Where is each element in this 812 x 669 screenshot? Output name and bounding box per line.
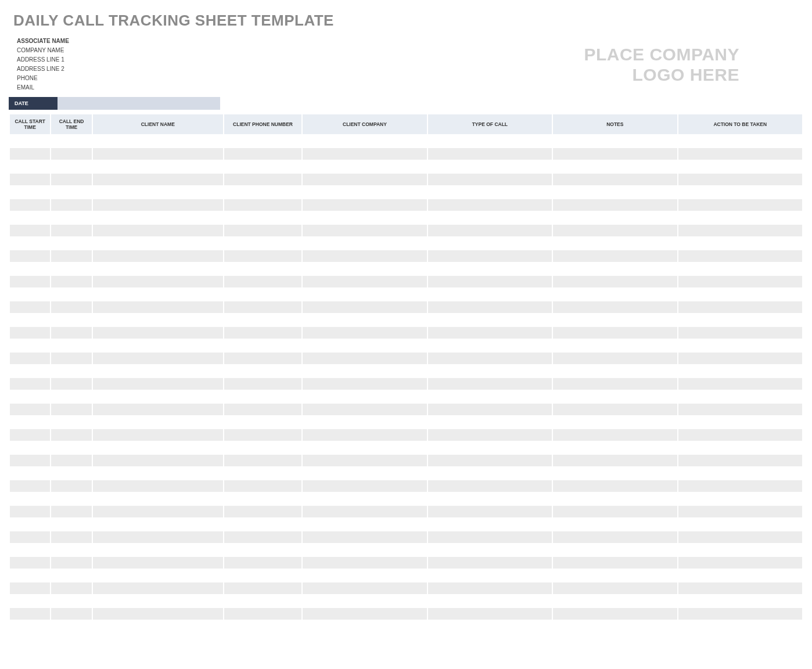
table-cell[interactable]: [224, 289, 301, 300]
table-cell[interactable]: [303, 250, 426, 262]
table-cell[interactable]: [428, 467, 552, 479]
table-cell[interactable]: [93, 429, 223, 441]
table-cell[interactable]: [51, 186, 91, 198]
table-cell[interactable]: [553, 404, 677, 415]
table-cell[interactable]: [51, 353, 91, 364]
table-cell[interactable]: [93, 301, 223, 313]
table-cell[interactable]: [553, 391, 677, 402]
table-cell[interactable]: [51, 455, 91, 466]
table-cell[interactable]: [93, 595, 223, 607]
table-cell[interactable]: [224, 391, 301, 402]
table-cell[interactable]: [678, 506, 802, 517]
table-cell[interactable]: [224, 199, 301, 211]
table-cell[interactable]: [51, 365, 91, 377]
table-cell[interactable]: [303, 340, 426, 351]
table-cell[interactable]: [51, 276, 91, 287]
table-cell[interactable]: [10, 327, 50, 339]
table-cell[interactable]: [224, 378, 301, 390]
table-cell[interactable]: [303, 289, 426, 300]
table-cell[interactable]: [10, 467, 50, 479]
table-cell[interactable]: [553, 263, 677, 275]
table-cell[interactable]: [428, 353, 552, 364]
table-cell[interactable]: [93, 225, 223, 236]
table-cell[interactable]: [428, 455, 552, 466]
table-cell[interactable]: [224, 519, 301, 530]
table-cell[interactable]: [93, 161, 223, 172]
table-cell[interactable]: [224, 416, 301, 428]
table-cell[interactable]: [428, 263, 552, 275]
table-cell[interactable]: [553, 199, 677, 211]
table-cell[interactable]: [428, 480, 552, 492]
table-cell[interactable]: [10, 480, 50, 492]
table-cell[interactable]: [51, 314, 91, 326]
table-cell[interactable]: [93, 314, 223, 326]
table-cell[interactable]: [93, 340, 223, 351]
table-cell[interactable]: [303, 531, 426, 543]
table-cell[interactable]: [553, 608, 677, 620]
table-cell[interactable]: [10, 289, 50, 300]
table-cell[interactable]: [224, 365, 301, 377]
table-cell[interactable]: [428, 225, 552, 236]
table-cell[interactable]: [303, 378, 426, 390]
table-cell[interactable]: [553, 276, 677, 287]
table-cell[interactable]: [51, 429, 91, 441]
table-cell[interactable]: [10, 595, 50, 607]
table-cell[interactable]: [553, 301, 677, 313]
table-cell[interactable]: [224, 455, 301, 466]
table-cell[interactable]: [93, 327, 223, 339]
table-cell[interactable]: [678, 557, 802, 569]
table-cell[interactable]: [10, 557, 50, 569]
table-cell[interactable]: [303, 263, 426, 275]
table-cell[interactable]: [553, 429, 677, 441]
table-cell[interactable]: [93, 544, 223, 556]
table-cell[interactable]: [303, 595, 426, 607]
table-cell[interactable]: [51, 289, 91, 300]
table-cell[interactable]: [10, 404, 50, 415]
table-cell[interactable]: [303, 506, 426, 517]
table-cell[interactable]: [10, 570, 50, 581]
table-cell[interactable]: [93, 148, 223, 160]
table-cell[interactable]: [678, 225, 802, 236]
table-cell[interactable]: [553, 340, 677, 351]
table-cell[interactable]: [224, 225, 301, 236]
table-cell[interactable]: [428, 506, 552, 517]
table-cell[interactable]: [553, 493, 677, 505]
table-cell[interactable]: [553, 582, 677, 594]
table-cell[interactable]: [10, 199, 50, 211]
table-cell[interactable]: [303, 493, 426, 505]
table-cell[interactable]: [51, 595, 91, 607]
table-cell[interactable]: [553, 161, 677, 172]
table-cell[interactable]: [303, 570, 426, 581]
table-cell[interactable]: [553, 467, 677, 479]
table-cell[interactable]: [224, 174, 301, 185]
table-cell[interactable]: [553, 570, 677, 581]
table-cell[interactable]: [678, 340, 802, 351]
table-cell[interactable]: [428, 544, 552, 556]
table-cell[interactable]: [553, 212, 677, 224]
table-cell[interactable]: [93, 378, 223, 390]
table-cell[interactable]: [224, 467, 301, 479]
table-cell[interactable]: [678, 595, 802, 607]
table-cell[interactable]: [303, 301, 426, 313]
table-cell[interactable]: [678, 186, 802, 198]
table-cell[interactable]: [303, 327, 426, 339]
table-cell[interactable]: [93, 608, 223, 620]
table-cell[interactable]: [678, 404, 802, 415]
table-cell[interactable]: [428, 212, 552, 224]
table-cell[interactable]: [10, 378, 50, 390]
table-cell[interactable]: [678, 365, 802, 377]
table-cell[interactable]: [93, 506, 223, 517]
table-cell[interactable]: [428, 493, 552, 505]
table-cell[interactable]: [51, 404, 91, 415]
table-cell[interactable]: [303, 557, 426, 569]
table-cell[interactable]: [303, 199, 426, 211]
table-cell[interactable]: [51, 391, 91, 402]
table-cell[interactable]: [428, 340, 552, 351]
table-cell[interactable]: [51, 301, 91, 313]
table-cell[interactable]: [428, 327, 552, 339]
table-cell[interactable]: [10, 506, 50, 517]
table-cell[interactable]: [428, 531, 552, 543]
table-cell[interactable]: [428, 570, 552, 581]
table-cell[interactable]: [93, 531, 223, 543]
table-cell[interactable]: [553, 289, 677, 300]
